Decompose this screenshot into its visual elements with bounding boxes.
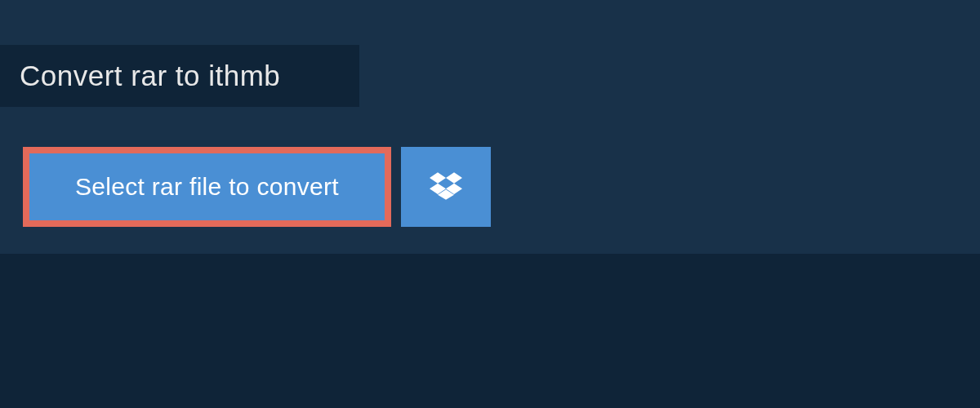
file-select-row: Select rar file to convert — [23, 147, 491, 227]
dropbox-button[interactable] — [401, 147, 491, 227]
page-title: Convert rar to ithmb — [20, 60, 330, 92]
dropbox-icon — [430, 170, 462, 205]
conversion-panel: Convert rar to ithmb Select rar file to … — [0, 0, 980, 254]
page-title-tab: Convert rar to ithmb — [0, 45, 359, 107]
select-file-button[interactable]: Select rar file to convert — [23, 147, 391, 227]
